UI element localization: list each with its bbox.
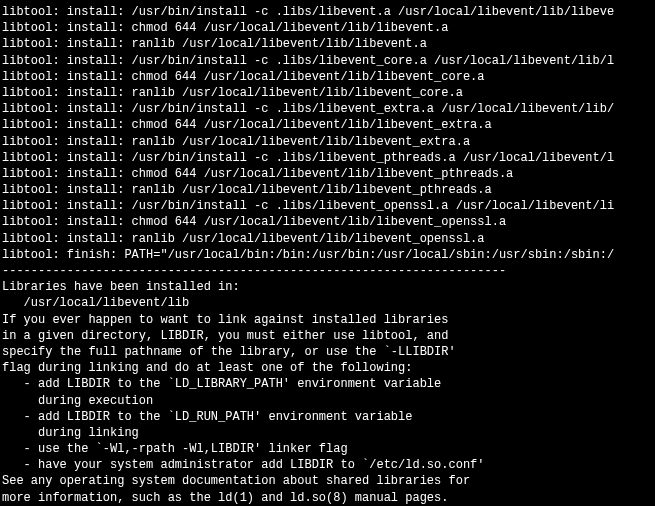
terminal-line: libtool: finish: PATH="/usr/local/bin:/b… xyxy=(2,247,653,263)
terminal-line: libtool: install: /usr/bin/install -c .l… xyxy=(2,101,653,117)
terminal-line: specify the full pathname of the library… xyxy=(2,344,653,360)
terminal-line: libtool: install: /usr/bin/install -c .l… xyxy=(2,4,653,20)
terminal-line: libtool: install: ranlib /usr/local/libe… xyxy=(2,231,653,247)
terminal-line: libtool: install: chmod 644 /usr/local/l… xyxy=(2,69,653,85)
terminal-line: libtool: install: ranlib /usr/local/libe… xyxy=(2,36,653,52)
terminal-line: If you ever happen to want to link again… xyxy=(2,312,653,328)
terminal-line: libtool: install: chmod 644 /usr/local/l… xyxy=(2,20,653,36)
terminal-line: libtool: install: ranlib /usr/local/libe… xyxy=(2,85,653,101)
terminal-line: See any operating system documentation a… xyxy=(2,473,653,489)
terminal-line: Libraries have been installed in: xyxy=(2,279,653,295)
terminal-line: - add LIBDIR to the `LD_RUN_PATH' enviro… xyxy=(2,409,653,425)
terminal-line: ----------------------------------------… xyxy=(2,263,653,279)
terminal-line: - add LIBDIR to the `LD_LIBRARY_PATH' en… xyxy=(2,376,653,392)
terminal-line: - have your system administrator add LIB… xyxy=(2,457,653,473)
terminal-line: flag during linking and do at least one … xyxy=(2,360,653,376)
terminal-line: during execution xyxy=(2,393,653,409)
terminal-line: /usr/local/libevent/lib xyxy=(2,295,653,311)
terminal-line: during linking xyxy=(2,425,653,441)
terminal-line: libtool: install: chmod 644 /usr/local/l… xyxy=(2,166,653,182)
terminal-line: libtool: install: /usr/bin/install -c .l… xyxy=(2,198,653,214)
terminal-line: libtool: install: ranlib /usr/local/libe… xyxy=(2,134,653,150)
terminal-line: libtool: install: /usr/bin/install -c .l… xyxy=(2,53,653,69)
terminal-line: - use the `-Wl,-rpath -Wl,LIBDIR' linker… xyxy=(2,441,653,457)
terminal-line: in a given directory, LIBDIR, you must e… xyxy=(2,328,653,344)
terminal-line: libtool: install: ranlib /usr/local/libe… xyxy=(2,182,653,198)
terminal-output: libtool: install: /usr/bin/install -c .l… xyxy=(0,0,655,506)
terminal-line: more information, such as the ld(1) and … xyxy=(2,490,653,506)
terminal-line: libtool: install: /usr/bin/install -c .l… xyxy=(2,150,653,166)
terminal-line: libtool: install: chmod 644 /usr/local/l… xyxy=(2,214,653,230)
terminal-line: libtool: install: chmod 644 /usr/local/l… xyxy=(2,117,653,133)
